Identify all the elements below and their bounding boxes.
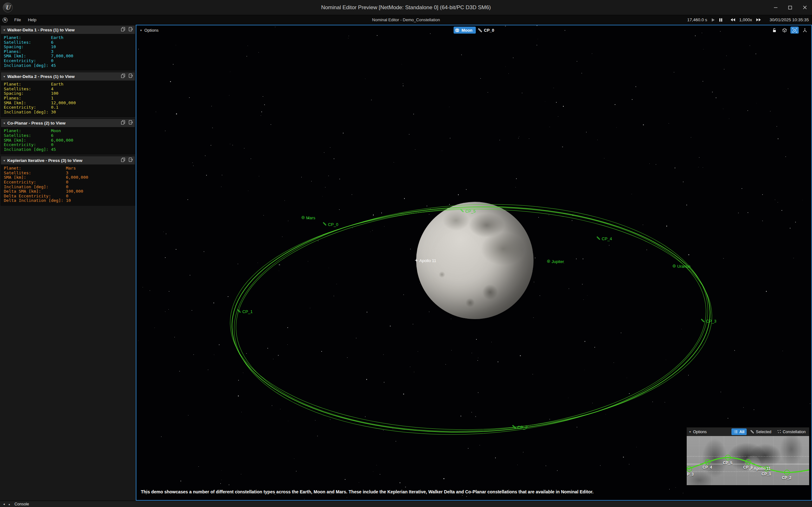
popout-icon[interactable] xyxy=(129,158,133,163)
copy-icon[interactable] xyxy=(121,73,125,79)
3d-viewport[interactable]: MarsCP_0CP_5CP_4Apollo 11JupiterUranusCP… xyxy=(136,25,812,501)
tab-selected-label: Selected xyxy=(756,430,771,434)
marker-ring-icon xyxy=(745,459,751,465)
satellite-label-cp_5[interactable]: CP_5 xyxy=(460,209,476,214)
planet-icon xyxy=(301,216,305,220)
groundtrack-options-label[interactable]: Options xyxy=(693,430,707,434)
focus-satellite-chip[interactable]: CP_0 xyxy=(478,28,495,33)
close-button[interactable] xyxy=(798,1,812,14)
panel-header[interactable]: ▾ Walker-Delta 1 - Press (1) to View xyxy=(1,26,135,34)
focus-planet-chip[interactable]: Moon xyxy=(454,26,476,34)
panel-row: Spacing:10 xyxy=(4,45,135,49)
panel-body: Planet:MoonSatellites:6SMA [km]:6,000,00… xyxy=(1,127,135,154)
panel-row: Eccentricity:0 xyxy=(4,180,135,185)
panel-row: Eccentricity:0 xyxy=(4,143,135,147)
focus-satellite-label: CP_0 xyxy=(484,28,495,33)
popout-icon[interactable] xyxy=(129,120,133,126)
console-label: Console xyxy=(14,502,29,506)
site-label-apollo-11[interactable]: Apollo 11 xyxy=(415,258,436,263)
panel-header[interactable]: ▾ Keplerian Iterative - Press (3) to Vie… xyxy=(1,156,135,164)
title-bar: U Nominal Editor Preview [NetMode: Stand… xyxy=(0,0,812,15)
sim-datetime: 30/01/2025 10:35:35 xyxy=(769,17,809,22)
chevron-down-icon[interactable]: ▾ xyxy=(3,28,5,32)
panel-row: Planet:Earth xyxy=(4,36,135,40)
speed-multiplier: 1,000x xyxy=(740,17,752,22)
lock-icon[interactable] xyxy=(770,26,778,34)
groundtrack-map[interactable]: CP_3CP_4CP_5CP_0CP_1CP_2 Apollo 11 xyxy=(687,436,809,485)
tab-constellation[interactable]: Constellation xyxy=(775,429,808,435)
focus-frame-icon[interactable] xyxy=(791,26,799,34)
panel-row: Inclination [deg]:45 xyxy=(4,63,135,68)
planet-icon xyxy=(672,264,676,269)
satellite-label-cp_3[interactable]: CP_3 xyxy=(701,319,716,324)
constellation-panel: ▾ Walker-Delta 2 - Press (1) to View Pla… xyxy=(1,72,135,117)
panel-row: Inclination [deg]:0 xyxy=(4,185,135,189)
minimize-button[interactable] xyxy=(768,1,783,14)
nominal-logo-icon: N xyxy=(3,17,8,22)
maximize-button[interactable] xyxy=(783,1,798,14)
chevron-down-icon[interactable]: ▾ xyxy=(3,75,5,78)
menu-bar: N File Help Nominal Editor - Demo_Conste… xyxy=(0,15,812,25)
satellite-label-cp_4[interactable]: CP_4 xyxy=(596,236,612,241)
copy-icon[interactable] xyxy=(121,120,125,126)
planet-label-mars[interactable]: Mars xyxy=(301,216,315,220)
satellite-label-cp_0[interactable]: CP_0 xyxy=(322,222,339,227)
pause-icon[interactable] xyxy=(719,18,722,22)
panel-row: Planet:Mars xyxy=(4,166,135,171)
panel-row: SMA [km]:6,000,000 xyxy=(4,138,135,143)
satellite-label-cp_1[interactable]: CP_1 xyxy=(237,309,253,314)
copy-icon[interactable] xyxy=(121,158,125,163)
panel-header[interactable]: ▾ Co-Planar - Press (2) to View xyxy=(1,119,135,127)
satellite-icon xyxy=(460,209,464,214)
panel-row: Satellites:6 xyxy=(4,40,135,45)
console-bar[interactable]: ◂ ▴ Console xyxy=(0,501,812,507)
satellite-icon xyxy=(596,236,600,241)
planet-label-uranus[interactable]: Uranus xyxy=(672,264,691,269)
tab-all-label: All xyxy=(740,430,745,434)
panel-title: Walker-Delta 2 - Press (1) to View xyxy=(7,74,74,79)
demo-description: This demo showcases a number of differen… xyxy=(141,489,805,494)
globe-icon xyxy=(455,28,460,33)
chevron-down-icon[interactable]: ▾ xyxy=(3,121,5,125)
chevron-down-icon[interactable]: ▾ xyxy=(689,430,691,434)
play-icon[interactable] xyxy=(711,18,715,22)
popout-icon[interactable] xyxy=(129,27,133,33)
groundtrack-site-label: Apollo 11 xyxy=(749,466,770,471)
satellite-icon xyxy=(478,28,483,33)
collapse-left-icon[interactable]: ◂ xyxy=(3,502,5,506)
axes-icon[interactable] xyxy=(801,26,809,34)
panel-row: Satellites:6 xyxy=(4,133,135,138)
panel-row: Eccentricity:0.1 xyxy=(4,105,135,110)
satellite-icon xyxy=(322,222,327,227)
panel-row: Planet:Moon xyxy=(4,129,135,133)
constellation-panel: ▾ Keplerian Iterative - Press (3) to Vie… xyxy=(1,156,135,206)
satellite-label-cp_2[interactable]: CP_2 xyxy=(512,425,528,430)
viewport-top-bar: ▾ Options Moon CP_0 xyxy=(136,25,811,35)
slow-down-icon[interactable] xyxy=(730,18,735,21)
planet-label-jupiter[interactable]: Jupiter xyxy=(547,259,564,264)
panel-body: Planet:MarsSatellites:3SMA [km]:6,000,00… xyxy=(1,164,135,205)
chevron-down-icon[interactable]: ▾ xyxy=(3,159,5,162)
constellation-panel: ▾ Co-Planar - Press (2) to View Planet:M… xyxy=(1,118,135,154)
menu-help[interactable]: Help xyxy=(24,15,40,24)
expand-up-icon[interactable]: ▴ xyxy=(9,503,10,506)
copy-icon[interactable] xyxy=(121,27,125,33)
constellation-sidebar: ▾ Walker-Delta 1 - Press (1) to View Pla… xyxy=(0,25,136,501)
cube-icon[interactable] xyxy=(780,26,789,34)
marker-ring-icon xyxy=(705,459,711,465)
panel-title: Walker-Delta 1 - Press (1) to View xyxy=(7,27,74,32)
popout-icon[interactable] xyxy=(129,73,133,79)
tab-selected[interactable]: Selected xyxy=(748,429,774,435)
list-icon xyxy=(734,430,738,434)
speed-up-icon[interactable] xyxy=(756,18,761,21)
marker-ring-icon xyxy=(725,455,731,460)
satellite-icon xyxy=(750,430,754,434)
panel-header[interactable]: ▾ Walker-Delta 2 - Press (1) to View xyxy=(1,72,135,80)
tab-all[interactable]: All xyxy=(731,429,747,435)
satellite-icon xyxy=(237,309,241,314)
panel-body: Planet:EarthSatellites:4Spacing:100Plane… xyxy=(1,80,135,117)
satellite-icon xyxy=(512,425,516,430)
panel-row: Eccentricity:0 xyxy=(4,59,135,63)
menu-file[interactable]: File xyxy=(11,15,24,24)
panel-row: Delta Eccentricity:0 xyxy=(4,194,135,199)
